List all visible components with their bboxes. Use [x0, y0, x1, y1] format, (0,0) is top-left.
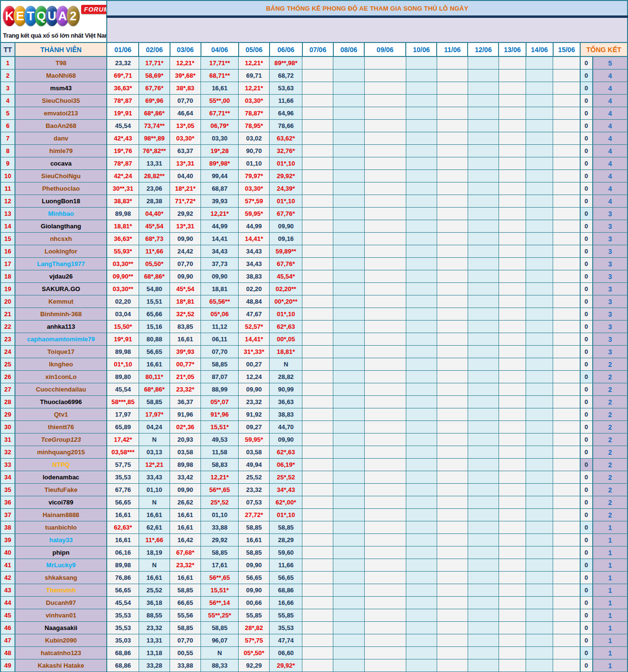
empty-cell — [437, 233, 468, 245]
empty-cell — [302, 258, 333, 270]
empty-cell — [302, 534, 333, 546]
zero-cell: 0 — [580, 597, 593, 609]
empty-cell — [406, 70, 437, 82]
ketqua2-logo[interactable]: KETQUA2 FORUM Trang kết quả xổ số lớn nh… — [3, 4, 107, 39]
table-row: 36vicoi78956,65N26,6225*,5207,5362*,00*0… — [0, 496, 628, 509]
score-cell: 45*,54 — [139, 220, 170, 233]
empty-cell — [553, 132, 580, 145]
empty-cell — [302, 195, 333, 208]
total-cell: 3 — [593, 295, 628, 308]
score-cell: 01,10 — [201, 509, 239, 521]
empty-cell — [437, 383, 468, 396]
empty-cell — [333, 496, 364, 509]
score-cell: 13*,31 — [170, 157, 201, 170]
table-row: 32minhquang201503,58***03,1303,5811,5803… — [0, 446, 628, 459]
total-cell: 2 — [593, 484, 628, 496]
empty-cell — [437, 321, 468, 333]
score-cell: 45,54 — [107, 120, 139, 132]
score-cell: 90,70 — [239, 145, 270, 157]
empty-cell — [499, 408, 526, 421]
zero-cell: 0 — [580, 421, 593, 434]
score-cell: 92,29 — [239, 659, 270, 672]
col-header-total: TỔNG KẾT — [580, 42, 628, 56]
empty-cell — [553, 195, 580, 208]
score-cell: 01*,10 — [270, 195, 302, 208]
empty-cell — [468, 258, 499, 270]
score-cell: 80,88 — [139, 333, 170, 346]
member-name: SieuChuoi35 — [15, 95, 107, 107]
empty-cell — [526, 132, 553, 145]
score-cell: 07,53 — [239, 496, 270, 509]
score-cell: 89,98 — [170, 459, 201, 471]
empty-cell — [406, 283, 437, 295]
score-cell: 62,61 — [139, 521, 170, 534]
score-cell: 32*,52 — [170, 308, 201, 321]
empty-cell — [499, 95, 526, 107]
empty-cell — [499, 559, 526, 572]
empty-cell — [499, 120, 526, 132]
empty-cell — [553, 471, 580, 484]
empty-cell — [553, 559, 580, 572]
empty-cell — [333, 346, 364, 358]
score-cell: 16,61 — [107, 534, 139, 546]
empty-cell — [468, 534, 499, 546]
empty-cell — [499, 584, 526, 597]
empty-cell — [437, 220, 468, 233]
empty-cell — [553, 584, 580, 597]
score-cell: 17,97* — [139, 408, 170, 421]
zero-cell: 0 — [580, 132, 593, 145]
score-cell: 07,70 — [170, 95, 201, 107]
col-header-date: 12/06 — [468, 42, 499, 56]
zero-cell: 0 — [580, 321, 593, 333]
rank-cell: 30 — [0, 421, 15, 434]
empty-cell — [499, 622, 526, 634]
score-cell: 33,88 — [201, 521, 239, 534]
table-row: 13Minhbao89,9804,40*29,9212,21*59,95*67,… — [0, 208, 628, 220]
score-cell: 09,90 — [170, 484, 201, 496]
empty-cell — [437, 597, 468, 609]
empty-cell — [499, 521, 526, 534]
table-row: 33NTPQ57,7512*,2189,9858,8349,9406,19*02 — [0, 459, 628, 471]
member-name: cocava — [15, 157, 107, 170]
empty-cell — [364, 208, 406, 220]
total-cell: 3 — [593, 283, 628, 295]
empty-cell — [499, 56, 526, 70]
empty-cell — [553, 107, 580, 120]
empty-cell — [553, 408, 580, 421]
member-name: caphaomamtomimle79 — [15, 333, 107, 346]
empty-cell — [468, 559, 499, 572]
table-row: 26xin1conLo89,8080,11*21*,0587,0712,2428… — [0, 371, 628, 383]
score-cell: 13,31 — [139, 634, 170, 647]
empty-cell — [406, 358, 437, 371]
empty-cell — [499, 358, 526, 371]
score-cell: 56,65 — [139, 346, 170, 358]
total-cell: 4 — [593, 132, 628, 145]
empty-cell — [468, 56, 499, 70]
empty-cell — [333, 56, 364, 70]
score-cell: 55**,25* — [201, 609, 239, 622]
empty-cell — [364, 132, 406, 145]
score-cell: N — [270, 358, 302, 371]
score-cell: 55,56 — [170, 609, 201, 622]
rank-cell: 13 — [0, 208, 15, 220]
score-cell: 76*,82** — [139, 145, 170, 157]
empty-cell — [437, 659, 468, 672]
empty-cell — [333, 484, 364, 496]
score-cell: 15,50* — [107, 321, 139, 333]
zero-cell: 0 — [580, 584, 593, 597]
score-cell: 68*,73 — [139, 233, 170, 245]
score-cell: 69*,96 — [139, 95, 170, 107]
empty-cell — [406, 308, 437, 321]
empty-cell — [468, 396, 499, 408]
score-cell: 38,83 — [270, 408, 302, 421]
empty-cell — [302, 371, 333, 383]
score-cell: 49,53 — [201, 434, 239, 446]
score-cell: 25*,52 — [201, 496, 239, 509]
empty-cell — [302, 95, 333, 107]
score-cell: 38,83 — [239, 270, 270, 283]
empty-cell — [302, 572, 333, 584]
empty-cell — [333, 245, 364, 258]
empty-cell — [437, 609, 468, 622]
score-cell: 17,97 — [107, 408, 139, 421]
table-row: 46Naagasakii35,5323,3258,8558,8528*,8235… — [0, 622, 628, 634]
